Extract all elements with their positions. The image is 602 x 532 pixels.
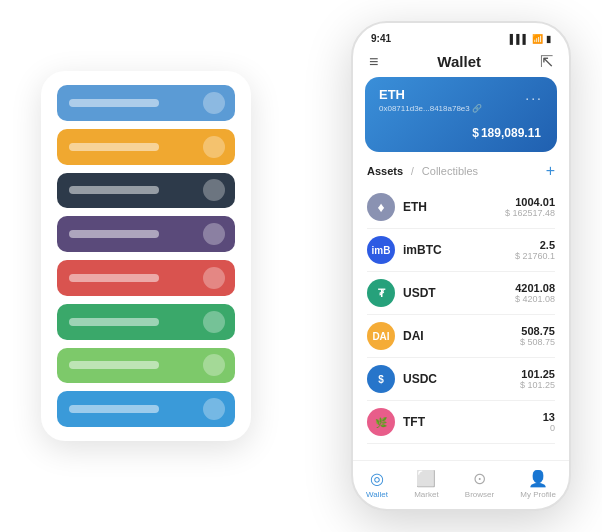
card-text (69, 99, 159, 107)
nav-wallet[interactable]: ◎ Wallet (366, 469, 388, 499)
amount-primary: 13 (543, 411, 555, 423)
card-text (69, 318, 159, 326)
amount-primary: 101.25 (520, 368, 555, 380)
asset-amounts: 4201.08 $ 4201.08 (515, 282, 555, 304)
assets-tabs: Assets / Collectibles (367, 165, 478, 177)
page-title: Wallet (437, 53, 481, 70)
card-icon (203, 398, 225, 420)
time-label: 9:41 (371, 33, 391, 44)
card-text (69, 361, 159, 369)
amount-primary: 508.75 (520, 325, 555, 337)
phone-frame: 9:41 ▌▌▌ 📶 ▮ ≡ Wallet ⇱ ETH 0x08711d3e..… (351, 21, 571, 511)
card-text (69, 230, 159, 238)
profile-nav-icon: 👤 (528, 469, 548, 488)
list-item[interactable] (57, 391, 235, 427)
table-row[interactable]: imB imBTC 2.5 $ 21760.1 (367, 229, 555, 272)
more-options-icon[interactable]: ... (525, 87, 543, 103)
wallet-nav-icon: ◎ (370, 469, 384, 488)
amount-value: 189,089.11 (481, 126, 541, 140)
tab-collectibles[interactable]: Collectibles (422, 165, 478, 177)
amount-primary: 2.5 (515, 239, 555, 251)
currency-symbol: $ (472, 126, 479, 140)
list-item[interactable] (57, 129, 235, 165)
asset-amounts: 2.5 $ 21760.1 (515, 239, 555, 261)
add-asset-button[interactable]: + (546, 162, 555, 180)
status-icons: ▌▌▌ 📶 ▮ (510, 34, 551, 44)
card-icon (203, 223, 225, 245)
list-item[interactable] (57, 85, 235, 121)
amount-secondary: $ 508.75 (520, 337, 555, 347)
card-icon (203, 136, 225, 158)
market-nav-label: Market (414, 490, 438, 499)
status-bar: 9:41 ▌▌▌ 📶 ▮ (353, 23, 569, 48)
amount-primary: 1004.01 (505, 196, 555, 208)
bottom-nav: ◎ Wallet ⬜ Market ⊙ Browser 👤 My Profile (353, 460, 569, 509)
assets-header: Assets / Collectibles + (353, 162, 569, 186)
asset-name: DAI (403, 329, 520, 343)
browser-nav-icon: ⊙ (473, 469, 486, 488)
asset-name: USDC (403, 372, 520, 386)
eth-card-amount: $189,089.11 (379, 119, 543, 142)
eth-card[interactable]: ETH 0x08711d3e...8418a78e3 🔗 $189,089.11… (365, 77, 557, 152)
dai-icon: DAI (367, 322, 395, 350)
card-icon (203, 179, 225, 201)
card-text (69, 274, 159, 282)
amount-secondary: $ 21760.1 (515, 251, 555, 261)
table-row[interactable]: DAI DAI 508.75 $ 508.75 (367, 315, 555, 358)
market-nav-icon: ⬜ (416, 469, 436, 488)
card-icon (203, 92, 225, 114)
imbtc-icon: imB (367, 236, 395, 264)
usdt-icon: ₮ (367, 279, 395, 307)
card-icon (203, 311, 225, 333)
card-text (69, 143, 159, 151)
amount-secondary: $ 4201.08 (515, 294, 555, 304)
eth-card-title: ETH (379, 87, 543, 102)
amount-secondary: $ 162517.48 (505, 208, 555, 218)
tft-icon: 🌿 (367, 408, 395, 436)
table-row[interactable]: ₮ USDT 4201.08 $ 4201.08 (367, 272, 555, 315)
card-icon (203, 354, 225, 376)
nav-profile[interactable]: 👤 My Profile (520, 469, 556, 499)
nav-market[interactable]: ⬜ Market (414, 469, 438, 499)
asset-amounts: 508.75 $ 508.75 (520, 325, 555, 347)
table-row[interactable]: ♦ ETH 1004.01 $ 162517.48 (367, 186, 555, 229)
list-item[interactable] (57, 260, 235, 296)
asset-amounts: 13 0 (543, 411, 555, 433)
list-item[interactable] (57, 216, 235, 252)
asset-name: ETH (403, 200, 505, 214)
asset-name: USDT (403, 286, 515, 300)
wallet-card-panel (41, 71, 251, 441)
tab-separator: / (411, 166, 414, 177)
browser-nav-label: Browser (465, 490, 494, 499)
asset-list: ♦ ETH 1004.01 $ 162517.48 imB imBTC 2.5 … (353, 186, 569, 460)
asset-amounts: 101.25 $ 101.25 (520, 368, 555, 390)
amount-secondary: $ 101.25 (520, 380, 555, 390)
battery-icon: ▮ (546, 34, 551, 44)
wallet-nav-label: Wallet (366, 490, 388, 499)
card-icon (203, 267, 225, 289)
menu-icon[interactable]: ≡ (369, 53, 378, 71)
asset-name: imBTC (403, 243, 515, 257)
scene: 9:41 ▌▌▌ 📶 ▮ ≡ Wallet ⇱ ETH 0x08711d3e..… (11, 11, 591, 521)
list-item[interactable] (57, 173, 235, 209)
nav-bar: ≡ Wallet ⇱ (353, 48, 569, 77)
card-text (69, 405, 159, 413)
expand-icon[interactable]: ⇱ (540, 52, 553, 71)
amount-secondary: 0 (543, 423, 555, 433)
table-row[interactable]: 🌿 TFT 13 0 (367, 401, 555, 444)
profile-nav-label: My Profile (520, 490, 556, 499)
eth-card-address: 0x08711d3e...8418a78e3 🔗 (379, 104, 543, 113)
asset-name: TFT (403, 415, 543, 429)
list-item[interactable] (57, 304, 235, 340)
card-text (69, 186, 159, 194)
eth-icon: ♦ (367, 193, 395, 221)
wifi-icon: 📶 (532, 34, 543, 44)
tab-assets[interactable]: Assets (367, 165, 403, 177)
asset-amounts: 1004.01 $ 162517.48 (505, 196, 555, 218)
amount-primary: 4201.08 (515, 282, 555, 294)
nav-browser[interactable]: ⊙ Browser (465, 469, 494, 499)
list-item[interactable] (57, 348, 235, 384)
signal-icon: ▌▌▌ (510, 34, 529, 44)
table-row[interactable]: $ USDC 101.25 $ 101.25 (367, 358, 555, 401)
usdc-icon: $ (367, 365, 395, 393)
